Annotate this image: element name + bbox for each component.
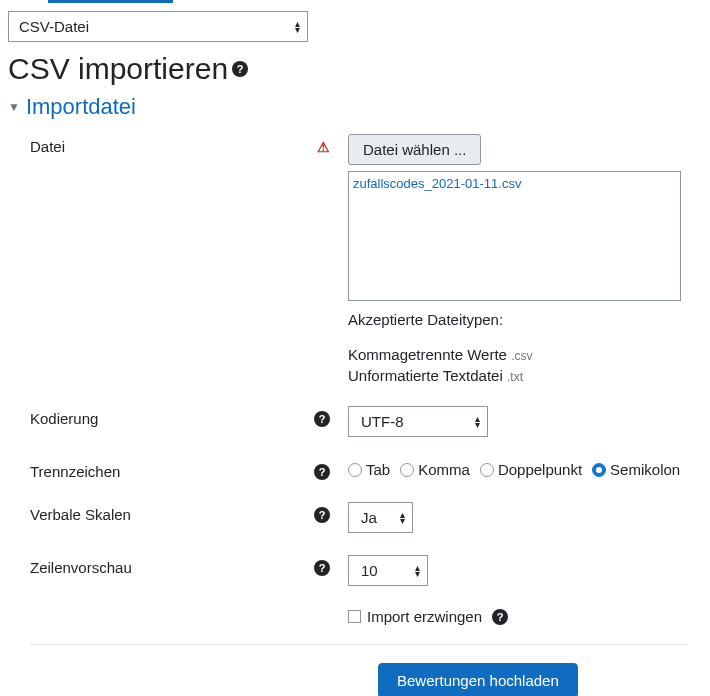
accepted-type-1: Unformatierte Textdatei .txt: [348, 367, 710, 384]
submit-button[interactable]: Bewertungen hochladen: [378, 663, 578, 696]
row-encoding: Kodierung ? UTF-8: [8, 406, 710, 437]
row-separator: Trennzeichen ? Tab Komma Doppelpunkt Sem…: [8, 459, 710, 480]
label-verbalscales: Verbale Skalen: [30, 506, 131, 523]
tab-underline: [48, 0, 173, 3]
label-separator: Trennzeichen: [30, 463, 120, 480]
help-icon[interactable]: ?: [314, 464, 330, 480]
section-header[interactable]: ▼ Importdatei: [8, 94, 710, 120]
section-title-label: Importdatei: [26, 94, 136, 120]
accepted-types-label: Akzeptierte Dateitypen:: [348, 311, 710, 328]
help-icon[interactable]: ?: [232, 61, 248, 77]
radio-icon: [400, 463, 414, 477]
required-icon: ⚠: [317, 139, 330, 155]
divider: [30, 644, 688, 645]
separator-option-tab[interactable]: Tab: [348, 461, 390, 478]
preview-select[interactable]: 10: [348, 555, 428, 586]
uploaded-file-link[interactable]: zufallscodes_2021-01-11.csv: [353, 176, 521, 191]
separator-option-semikolon[interactable]: Semikolon: [592, 461, 680, 478]
separator-radio-group: Tab Komma Doppelpunkt Semikolon: [348, 459, 710, 478]
checkbox-icon: [348, 610, 361, 623]
help-icon[interactable]: ?: [314, 507, 330, 523]
row-verbalscales: Verbale Skalen ? Ja: [8, 502, 710, 533]
label-file: Datei: [30, 138, 65, 155]
row-forceimport: Import erzwingen ?: [8, 608, 710, 626]
forceimport-checkbox-label[interactable]: Import erzwingen ?: [348, 608, 508, 625]
row-file: Datei ⚠ Datei wählen ... zufallscodes_20…: [8, 134, 710, 384]
file-choose-button[interactable]: Datei wählen ...: [348, 134, 481, 165]
submit-row: Bewertungen hochladen: [8, 663, 710, 696]
radio-icon: [480, 463, 494, 477]
collapse-toggle-icon[interactable]: ▼: [8, 100, 20, 114]
separator-option-komma[interactable]: Komma: [400, 461, 470, 478]
label-preview: Zeilenvorschau: [30, 559, 132, 576]
label-encoding: Kodierung: [30, 410, 98, 427]
separator-option-doppelpunkt[interactable]: Doppelpunkt: [480, 461, 582, 478]
import-plugin-select-wrap: CSV-Datei: [8, 11, 308, 42]
encoding-select[interactable]: UTF-8: [348, 406, 488, 437]
radio-icon: [348, 463, 362, 477]
row-preview: Zeilenvorschau ? 10: [8, 555, 710, 586]
accepted-type-0: Kommagetrennte Werte .csv: [348, 346, 710, 363]
radio-checked-icon: [592, 463, 606, 477]
help-icon[interactable]: ?: [314, 560, 330, 576]
page-title: CSV importieren ?: [8, 52, 710, 86]
import-plugin-select[interactable]: CSV-Datei: [8, 11, 308, 42]
help-icon[interactable]: ?: [314, 411, 330, 427]
help-icon[interactable]: ?: [492, 609, 508, 625]
verbalscales-select[interactable]: Ja: [348, 502, 413, 533]
file-drop-area[interactable]: zufallscodes_2021-01-11.csv: [348, 171, 681, 301]
